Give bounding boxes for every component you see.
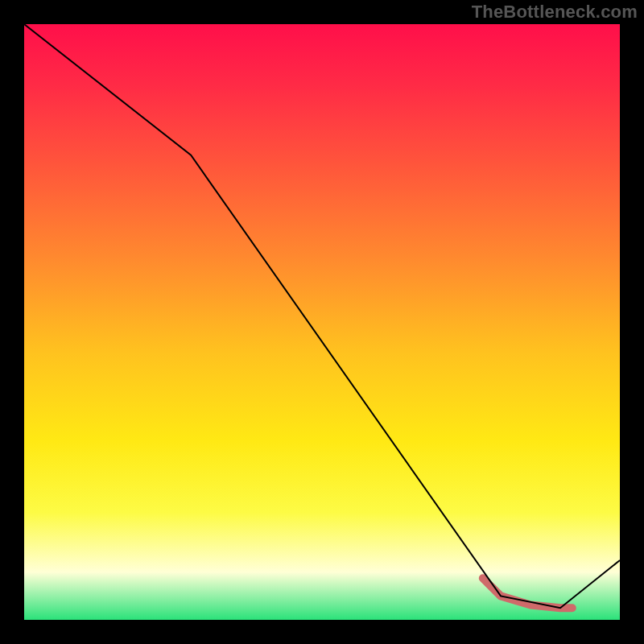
plot-area (24, 24, 620, 620)
chart-frame: TheBottleneck.com (0, 0, 644, 644)
watermark-text: TheBottleneck.com (472, 2, 638, 23)
highlight-segment (483, 578, 572, 608)
series-line-main (24, 24, 620, 608)
plot-overlay (24, 24, 620, 620)
